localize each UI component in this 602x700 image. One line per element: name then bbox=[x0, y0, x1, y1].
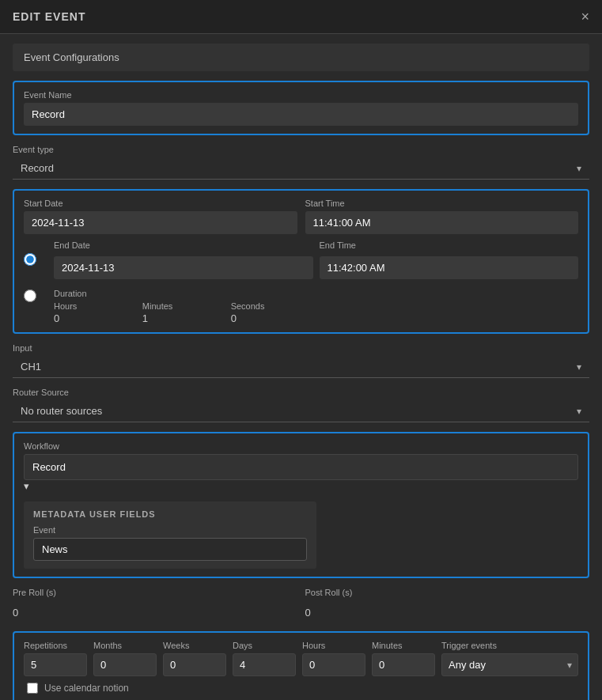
start-time-label: Start Time bbox=[305, 199, 579, 208]
end-row: End Date Duration Hours 0 Minutes 1 bbox=[24, 240, 578, 324]
post-roll-label: Post Roll (s) bbox=[305, 588, 590, 597]
workflow-select-wrapper: Record bbox=[24, 454, 578, 492]
metadata-event-input[interactable] bbox=[33, 538, 307, 561]
workflow-label: Workflow bbox=[24, 441, 578, 451]
duration-cols: Hours 0 Minutes 1 Seconds 0 bbox=[54, 301, 313, 324]
weeks-label: Weeks bbox=[163, 641, 226, 650]
start-row: Start Date Start Time bbox=[24, 199, 578, 234]
days-col: Days bbox=[233, 641, 296, 676]
trigger-select[interactable]: Any day bbox=[441, 653, 578, 676]
repetitions-section: Repetitions Months Weeks Days Hours bbox=[13, 631, 589, 700]
trigger-col: Trigger events Any day bbox=[441, 641, 578, 676]
event-name-section: Event Name bbox=[13, 81, 589, 135]
workflow-chevron-icon bbox=[24, 480, 29, 492]
event-configurations-label: Event Configurations bbox=[24, 51, 119, 63]
start-date-label: Start Date bbox=[24, 199, 297, 208]
close-button[interactable]: × bbox=[581, 9, 589, 24]
input-select[interactable]: CH1 bbox=[13, 356, 589, 378]
months-label: Months bbox=[93, 641, 157, 650]
use-calendar-row: Use calendar notion bbox=[24, 683, 578, 694]
input-label: Input bbox=[13, 343, 589, 353]
roll-row: Pre Roll (s) 0 Post Roll (s) 0 bbox=[13, 588, 589, 622]
metadata-section: METADATA USER FIELDS Event bbox=[24, 501, 316, 569]
end-date-input[interactable] bbox=[54, 256, 313, 279]
end-date-fields: End Date Duration Hours 0 Minutes 1 bbox=[54, 240, 313, 324]
post-roll-value: 0 bbox=[305, 604, 590, 622]
trigger-select-wrapper: Any day bbox=[441, 653, 578, 676]
days-input[interactable] bbox=[233, 653, 296, 676]
repetitions-col: Repetitions bbox=[24, 641, 87, 676]
duration-minutes-col: Minutes 1 bbox=[142, 301, 225, 324]
modal-body: Event Configurations Event Name Event ty… bbox=[0, 34, 602, 700]
post-roll-field: Post Roll (s) 0 bbox=[305, 588, 590, 622]
end-time-label: End Time bbox=[320, 240, 579, 250]
pre-roll-value: 0 bbox=[13, 604, 297, 622]
repetitions-label: Repetitions bbox=[24, 641, 87, 650]
end-date-label: End Date bbox=[54, 240, 313, 250]
input-select-wrapper: CH1 bbox=[13, 356, 589, 378]
event-type-label: Event type bbox=[13, 145, 589, 154]
duration-seconds-value: 0 bbox=[231, 309, 237, 327]
minutes-input[interactable] bbox=[372, 653, 435, 676]
use-calendar-checkbox[interactable] bbox=[27, 683, 38, 694]
duration-label: Duration bbox=[54, 289, 313, 298]
trigger-label: Trigger events bbox=[441, 641, 578, 650]
metadata-title: METADATA USER FIELDS bbox=[33, 509, 307, 519]
duration-seconds-col: Seconds 0 bbox=[231, 301, 313, 324]
weeks-input[interactable] bbox=[163, 653, 226, 676]
rep-row: Repetitions Months Weeks Days Hours bbox=[24, 641, 578, 676]
edit-event-modal: EDIT EVENT × Event Configurations Event … bbox=[0, 0, 602, 700]
event-configurations-bar: Event Configurations bbox=[13, 44, 589, 71]
duration-hours-col: Hours 0 bbox=[54, 301, 136, 324]
start-time-col: Start Time bbox=[305, 199, 579, 234]
event-name-input[interactable] bbox=[24, 103, 578, 126]
event-type-select-wrapper: Record bbox=[13, 157, 589, 180]
months-col: Months bbox=[93, 641, 157, 676]
hours-input[interactable] bbox=[302, 653, 365, 676]
date-time-section: Start Date Start Time End Date bbox=[13, 189, 589, 334]
end-time-fields: End Time bbox=[320, 240, 579, 279]
workflow-section: Workflow Record METADATA USER FIELDS Eve… bbox=[13, 432, 589, 578]
duration-radio[interactable] bbox=[24, 289, 36, 302]
modal-header: EDIT EVENT × bbox=[0, 0, 602, 34]
minutes-label: Minutes bbox=[372, 641, 435, 650]
pre-roll-label: Pre Roll (s) bbox=[13, 588, 297, 597]
duration-seconds-label: Seconds bbox=[231, 301, 313, 311]
hours-col: Hours bbox=[302, 641, 365, 676]
router-source-select[interactable]: No router sources bbox=[13, 400, 589, 422]
router-source-label: Router Source bbox=[13, 388, 589, 397]
start-time-input[interactable] bbox=[305, 211, 579, 234]
start-date-input[interactable] bbox=[24, 211, 297, 234]
duration-hours-value: 0 bbox=[54, 309, 59, 327]
duration-minutes-label: Minutes bbox=[142, 301, 225, 311]
start-date-col: Start Date bbox=[24, 199, 297, 234]
months-input[interactable] bbox=[93, 653, 157, 676]
duration-hours-label: Hours bbox=[54, 301, 136, 311]
weeks-col: Weeks bbox=[163, 641, 226, 676]
metadata-event-label: Event bbox=[33, 525, 307, 535]
duration-minutes-value: 1 bbox=[142, 309, 148, 327]
minutes-col: Minutes bbox=[372, 641, 435, 676]
pre-roll-field: Pre Roll (s) 0 bbox=[13, 588, 297, 622]
modal-title: EDIT EVENT bbox=[13, 10, 85, 23]
radio-column bbox=[24, 240, 47, 302]
repetitions-input[interactable] bbox=[24, 653, 87, 676]
router-source-select-wrapper: No router sources bbox=[13, 400, 589, 422]
event-type-select[interactable]: Record bbox=[13, 157, 589, 180]
use-calendar-label: Use calendar notion bbox=[44, 683, 129, 694]
hours-label: Hours bbox=[302, 641, 365, 650]
end-time-input[interactable] bbox=[320, 256, 579, 279]
workflow-select[interactable]: Record bbox=[24, 454, 578, 480]
days-label: Days bbox=[233, 641, 296, 650]
event-name-label: Event Name bbox=[24, 90, 578, 100]
end-date-radio[interactable] bbox=[24, 253, 36, 266]
